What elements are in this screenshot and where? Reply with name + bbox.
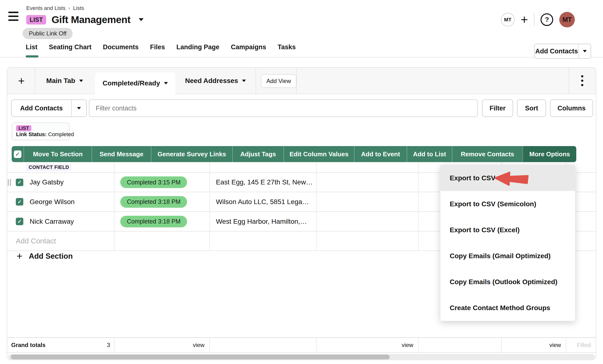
tab-files[interactable]: Files [150,44,165,51]
title-chevron-down-icon[interactable] [139,18,144,21]
more-options-menu: Export to CSV Export to CSV (Semicolon) … [440,165,575,321]
select-all-cell[interactable]: ✓ [12,146,23,162]
columns-button[interactable]: Columns [550,99,593,117]
panel-kebab-menu-button[interactable] [569,68,595,94]
action-remove-contacts[interactable]: Remove Contacts [452,146,522,162]
horizontal-scrollbar-track[interactable] [8,354,595,360]
add-contacts-button-top[interactable]: Add Contacts [534,44,591,59]
help-icon[interactable]: ? [541,13,553,26]
status-badge[interactable]: Completed 3:15 PM [120,176,187,188]
add-view-button[interactable]: Add View [261,74,296,88]
page-title[interactable]: Gift Management [51,14,130,25]
chevron-down-icon [79,80,83,82]
status-badge[interactable]: Completed 3:18 PM [120,216,187,227]
breadcrumb: Events and Lists › Lists [26,5,84,12]
contact-name-cell[interactable]: ✓ Nick Carraway [7,212,115,231]
menu-item-copy-emails-gmail[interactable]: Copy Emails (Gmail Optimized) [441,243,575,269]
chevron-down-icon [164,82,168,84]
action-add-to-event[interactable]: Add to Event [354,146,407,162]
status-cell[interactable]: Completed 3:15 PM [115,173,210,192]
chevron-down-icon [583,50,587,52]
row-checkbox[interactable]: ✓ [16,218,23,225]
action-adjust-tags[interactable]: Adjust Tags [232,146,284,162]
add-contacts-button[interactable]: Add Contacts [11,99,87,117]
view-link[interactable]: view [549,342,561,348]
action-more-options[interactable]: More Options [522,146,576,162]
address-cell[interactable]: West Egg Harbor, Hamilton,… [210,212,317,231]
breadcrumb-separator: › [68,5,70,11]
add-tab-button[interactable]: + [12,68,31,94]
nav-tabbar-border [0,57,603,57]
tab-seating-chart[interactable]: Seating Chart [49,44,92,51]
kebab-icon [581,75,583,77]
add-contact-cell[interactable]: Add Contact [7,232,115,250]
header-divider [534,13,534,26]
action-send-message[interactable]: Send Message [92,146,151,162]
add-new-button[interactable]: + [521,13,528,26]
bulk-action-toolbar: ✓ Move To Section Send Message Generate … [12,146,576,162]
filter-button[interactable]: Filter [482,99,513,117]
list-type-badge: LIST [26,15,46,24]
view-link[interactable]: view [193,342,205,348]
breadcrumb-link-lists[interactable]: Lists [73,5,84,11]
menu-item-export-to-csv-semicolon[interactable]: Export to CSV (Semicolon) [441,191,575,217]
status-cell[interactable]: Completed 3:18 PM [115,192,210,211]
plus-icon: + [17,250,23,262]
add-contacts-caret-button[interactable] [72,107,86,110]
link-status-filter-chip[interactable]: LIST Link Status: Completed [12,122,70,140]
menu-item-export-to-csv-excel[interactable]: Export to CSV (Excel) [441,217,575,243]
public-link-status-pill[interactable]: Public Link Off [23,28,73,39]
status-badge[interactable]: Completed 3:18 PM [120,196,187,208]
action-generate-survey-links[interactable]: Generate Survey Links [151,146,232,162]
grand-totals-count: 3 [107,342,110,348]
view-tab-need-addresses[interactable]: Need Addresses [175,68,255,94]
tab-landing-page[interactable]: Landing Page [176,44,219,51]
filled-label: Filled [577,342,591,348]
contact-name-cell[interactable]: ✓ Jay Gatsby [7,173,115,192]
filter-contacts-input[interactable] [89,99,478,117]
row-checkbox[interactable]: ✓ [16,198,23,206]
status-cell[interactable]: Completed 3:18 PM [115,212,210,231]
breadcrumb-link-events-and-lists[interactable]: Events and Lists [26,5,65,11]
view-link[interactable]: view [402,342,413,348]
address-cell[interactable]: Wilson Auto LLC, 5851 Lega… [210,192,317,211]
nav-tabbar: List Seating Chart Documents Files Landi… [26,42,296,52]
add-section-button[interactable]: + Add Section [17,250,73,262]
address-cell[interactable]: East Egg, 145 E 27th St, New… [210,173,317,192]
sort-button[interactable]: Sort [517,99,546,117]
user-avatar[interactable]: MT [559,12,575,27]
grand-totals-label: Grand totals [11,342,46,348]
view-tab-completed-ready[interactable]: Completed/Ready [95,72,175,94]
chevron-down-icon [77,107,81,110]
chevron-down-icon [242,80,246,82]
chip-list-badge: LIST [16,125,31,131]
row-checkbox[interactable]: ✓ [16,179,23,186]
view-tab-main-tab[interactable]: Main Tab [35,68,94,94]
column-header-contact-field[interactable]: CONTACT FIELD [26,164,71,171]
tab-tasks[interactable]: Tasks [278,44,296,51]
action-edit-column-values[interactable]: Edit Column Values [284,146,354,162]
add-contacts-caret-button[interactable] [579,50,591,52]
hamburger-menu-button[interactable] [8,12,18,21]
row-drag-handle[interactable] [8,179,11,186]
workspace-avatar[interactable]: MT [501,13,515,26]
action-move-to-section[interactable]: Move To Section [23,146,92,162]
chip-value: Completed [48,131,74,137]
app-window: Events and Lists › Lists LIST Gift Manag… [0,0,603,364]
contact-name-cell[interactable]: ✓ George Wilson [7,192,115,211]
tab-campaigns[interactable]: Campaigns [231,44,266,51]
select-all-checkbox[interactable]: ✓ [14,150,21,158]
hamburger-icon [8,12,18,13]
tab-documents[interactable]: Documents [103,44,139,51]
menu-item-copy-emails-outlook[interactable]: Copy Emails (Outlook Optimized) [441,269,575,295]
horizontal-scrollbar-thumb[interactable] [11,354,390,359]
red-arrow-annotation [494,170,529,187]
tab-list[interactable]: List [26,44,37,51]
chip-label: Link Status: [16,131,47,137]
active-tab-underline [26,55,38,57]
menu-item-create-contact-method-groups[interactable]: Create Contact Method Groups [441,295,575,321]
view-tabstrip: + Main Tab Completed/Ready Need Addresse… [7,68,596,94]
add-contacts-label[interactable]: Add Contacts [535,48,579,55]
grand-totals-row: Grand totals 3 view view view Filled [7,337,596,353]
action-add-to-list[interactable]: Add to List [407,146,452,162]
